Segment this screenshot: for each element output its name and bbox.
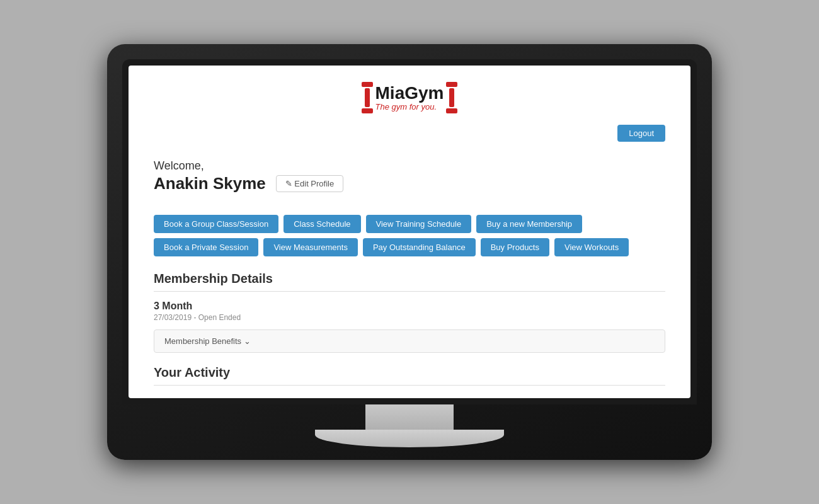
activity-section-title: Your Activity bbox=[154, 365, 665, 386]
monitor-stand-neck bbox=[365, 404, 454, 430]
edit-profile-button[interactable]: ✎ Edit Profile bbox=[276, 175, 343, 192]
dumbbell-left-icon bbox=[362, 82, 373, 113]
dumbbell-right-icon bbox=[446, 82, 457, 113]
activity-section: Your Activity bbox=[154, 365, 665, 386]
view-measurements-button[interactable]: View Measurements bbox=[263, 238, 358, 256]
membership-section: Membership Details 3 Month 27/03/2019 - … bbox=[154, 272, 665, 353]
membership-section-title: Membership Details bbox=[154, 272, 665, 292]
user-name-row: Anakin Skyme ✎ Edit Profile bbox=[154, 174, 665, 193]
view-workouts-button[interactable]: View Workouts bbox=[554, 238, 629, 256]
membership-benefits-button[interactable]: Membership Benefits ⌄ bbox=[154, 329, 665, 353]
monitor: MiaGym The gym for you. Logout bbox=[107, 44, 712, 460]
buy-membership-button[interactable]: Buy a new Membership bbox=[476, 215, 582, 233]
membership-dates: 27/03/2019 - Open Ended bbox=[154, 313, 665, 322]
screen-bezel: MiaGym The gym for you. Logout bbox=[122, 59, 697, 404]
book-group-button[interactable]: Book a Group Class/Session bbox=[154, 215, 278, 233]
header-bar: Logout bbox=[129, 120, 690, 147]
membership-type: 3 Month bbox=[154, 301, 665, 312]
class-schedule-button[interactable]: Class Schedule bbox=[284, 215, 360, 233]
pay-outstanding-button[interactable]: Pay Outstanding Balance bbox=[363, 238, 476, 256]
book-private-button[interactable]: Book a Private Session bbox=[154, 238, 258, 256]
welcome-greeting: Welcome, bbox=[154, 159, 665, 173]
buy-products-button[interactable]: Buy Products bbox=[481, 238, 549, 256]
page-content: Welcome, Anakin Skyme ✎ Edit Profile Boo… bbox=[129, 147, 690, 398]
user-name: Anakin Skyme bbox=[154, 174, 266, 193]
logo-name: MiaGym bbox=[375, 84, 444, 102]
logo-container: MiaGym The gym for you. bbox=[362, 82, 458, 113]
logo-area: MiaGym The gym for you. bbox=[129, 66, 690, 120]
action-buttons-container: Book a Group Class/Session Class Schedul… bbox=[154, 215, 665, 256]
screen: MiaGym The gym for you. Logout bbox=[129, 66, 690, 398]
view-training-button[interactable]: View Training Schedule bbox=[366, 215, 472, 233]
logout-button[interactable]: Logout bbox=[617, 125, 665, 142]
logo-text: MiaGym The gym for you. bbox=[375, 84, 444, 112]
welcome-section: Welcome, Anakin Skyme ✎ Edit Profile bbox=[154, 159, 665, 215]
logo-tagline: The gym for you. bbox=[375, 102, 444, 112]
monitor-stand-base bbox=[315, 430, 504, 447]
